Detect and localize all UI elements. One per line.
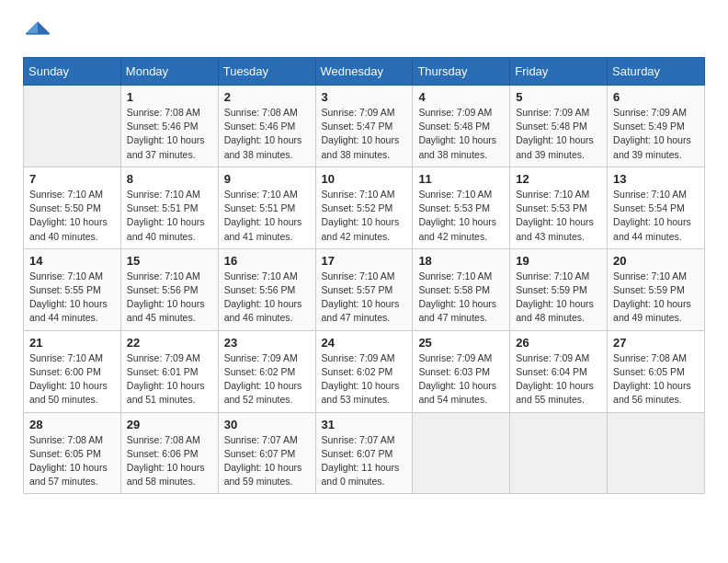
day-info: Sunrise: 7:09 AM Sunset: 5:47 PM Dayligh… [322,106,407,162]
day-number: 30 [224,418,310,431]
day-info: Sunrise: 7:07 AM Sunset: 6:07 PM Dayligh… [322,433,407,489]
weekday-header-friday: Friday [510,58,608,86]
calendar-cell: 27Sunrise: 7:08 AM Sunset: 6:05 PM Dayli… [608,330,705,412]
weekday-header-sunday: Sunday [24,58,121,86]
day-info: Sunrise: 7:09 AM Sunset: 6:04 PM Dayligh… [516,351,601,408]
day-number: 9 [224,172,310,186]
day-info: Sunrise: 7:09 AM Sunset: 6:03 PM Dayligh… [418,351,504,408]
weekday-header-saturday: Saturday [608,58,705,86]
calendar-cell: 30Sunrise: 7:07 AM Sunset: 6:07 PM Dayli… [218,412,315,494]
calendar-cell [608,412,705,494]
calendar-cell: 9Sunrise: 7:10 AM Sunset: 5:51 PM Daylig… [218,167,315,248]
logo [23,18,56,48]
day-number: 31 [322,418,407,431]
day-number: 1 [127,90,212,104]
calendar-cell: 15Sunrise: 7:10 AM Sunset: 5:56 PM Dayli… [120,248,218,330]
week-row-2: 7Sunrise: 7:10 AM Sunset: 5:50 PM Daylig… [24,167,705,248]
week-row-1: 1Sunrise: 7:08 AM Sunset: 5:46 PM Daylig… [24,86,705,167]
day-info: Sunrise: 7:08 AM Sunset: 6:06 PM Dayligh… [127,433,212,489]
day-info: Sunrise: 7:08 AM Sunset: 6:05 PM Dayligh… [613,351,699,408]
day-info: Sunrise: 7:07 AM Sunset: 6:07 PM Dayligh… [224,433,310,489]
day-number: 12 [516,172,601,186]
calendar-cell: 6Sunrise: 7:09 AM Sunset: 5:49 PM Daylig… [608,86,705,167]
calendar-cell [24,86,121,167]
day-number: 4 [418,90,504,104]
calendar-cell: 24Sunrise: 7:09 AM Sunset: 6:02 PM Dayli… [315,330,413,412]
calendar-cell: 25Sunrise: 7:09 AM Sunset: 6:03 PM Dayli… [413,330,510,412]
calendar-cell: 2Sunrise: 7:08 AM Sunset: 5:46 PM Daylig… [218,86,315,167]
day-number: 29 [127,418,212,431]
day-info: Sunrise: 7:08 AM Sunset: 6:05 PM Dayligh… [29,433,115,489]
day-info: Sunrise: 7:10 AM Sunset: 5:50 PM Dayligh… [29,188,115,244]
day-number: 2 [224,90,310,104]
day-number: 20 [613,254,699,268]
day-info: Sunrise: 7:10 AM Sunset: 6:00 PM Dayligh… [29,351,115,408]
calendar-cell: 3Sunrise: 7:09 AM Sunset: 5:47 PM Daylig… [315,86,413,167]
day-info: Sunrise: 7:10 AM Sunset: 5:55 PM Dayligh… [29,270,115,326]
day-number: 6 [613,90,699,104]
day-number: 5 [516,90,601,104]
calendar-cell [413,412,510,494]
weekday-header-thursday: Thursday [413,58,510,86]
day-info: Sunrise: 7:09 AM Sunset: 5:49 PM Dayligh… [613,106,699,162]
day-info: Sunrise: 7:10 AM Sunset: 5:51 PM Dayligh… [127,188,212,244]
day-info: Sunrise: 7:09 AM Sunset: 6:01 PM Dayligh… [127,351,212,408]
day-number: 22 [127,336,212,350]
day-number: 17 [322,254,407,268]
weekday-header-tuesday: Tuesday [218,58,315,86]
day-info: Sunrise: 7:10 AM Sunset: 5:56 PM Dayligh… [224,270,310,326]
day-info: Sunrise: 7:10 AM Sunset: 5:53 PM Dayligh… [418,188,504,244]
svg-rect-2 [26,33,50,35]
day-number: 25 [418,336,504,350]
calendar-cell: 14Sunrise: 7:10 AM Sunset: 5:55 PM Dayli… [24,248,121,330]
day-info: Sunrise: 7:10 AM Sunset: 5:53 PM Dayligh… [516,188,601,244]
day-number: 10 [322,172,407,186]
day-info: Sunrise: 7:08 AM Sunset: 5:46 PM Dayligh… [224,106,310,162]
weekday-header-monday: Monday [120,58,218,86]
day-info: Sunrise: 7:10 AM Sunset: 5:52 PM Dayligh… [322,188,407,244]
week-row-3: 14Sunrise: 7:10 AM Sunset: 5:55 PM Dayli… [24,248,705,330]
calendar-cell: 11Sunrise: 7:10 AM Sunset: 5:53 PM Dayli… [413,167,510,248]
day-info: Sunrise: 7:09 AM Sunset: 5:48 PM Dayligh… [516,106,601,162]
calendar-cell: 31Sunrise: 7:07 AM Sunset: 6:07 PM Dayli… [315,412,413,494]
day-number: 23 [224,336,310,350]
day-number: 8 [127,172,212,186]
day-info: Sunrise: 7:10 AM Sunset: 5:54 PM Dayligh… [613,188,699,244]
calendar-cell: 28Sunrise: 7:08 AM Sunset: 6:05 PM Dayli… [24,412,121,494]
weekday-header-row: SundayMondayTuesdayWednesdayThursdayFrid… [24,58,705,86]
day-number: 15 [127,254,212,268]
weekday-header-wednesday: Wednesday [315,58,413,86]
calendar-cell: 18Sunrise: 7:10 AM Sunset: 5:58 PM Dayli… [413,248,510,330]
calendar-cell: 10Sunrise: 7:10 AM Sunset: 5:52 PM Dayli… [315,167,413,248]
page-header [23,18,705,48]
day-number: 18 [418,254,504,268]
day-number: 28 [29,418,115,431]
day-number: 16 [224,254,310,268]
day-number: 24 [322,336,407,350]
day-number: 3 [322,90,407,104]
svg-marker-0 [38,21,50,33]
day-info: Sunrise: 7:10 AM Sunset: 5:57 PM Dayligh… [322,270,407,326]
calendar-cell [510,412,608,494]
calendar-cell: 17Sunrise: 7:10 AM Sunset: 5:57 PM Dayli… [315,248,413,330]
calendar-cell: 23Sunrise: 7:09 AM Sunset: 6:02 PM Dayli… [218,330,315,412]
calendar-cell: 5Sunrise: 7:09 AM Sunset: 5:48 PM Daylig… [510,86,608,167]
calendar-cell: 22Sunrise: 7:09 AM Sunset: 6:01 PM Dayli… [120,330,218,412]
day-number: 7 [29,172,115,186]
day-info: Sunrise: 7:10 AM Sunset: 5:59 PM Dayligh… [516,270,601,326]
day-number: 26 [516,336,601,350]
calendar-cell: 13Sunrise: 7:10 AM Sunset: 5:54 PM Dayli… [608,167,705,248]
calendar-cell: 7Sunrise: 7:10 AM Sunset: 5:50 PM Daylig… [24,167,121,248]
day-number: 27 [613,336,699,350]
day-number: 19 [516,254,601,268]
day-number: 13 [613,172,699,186]
calendar-cell: 4Sunrise: 7:09 AM Sunset: 5:48 PM Daylig… [413,86,510,167]
day-number: 11 [418,172,504,186]
day-info: Sunrise: 7:10 AM Sunset: 5:51 PM Dayligh… [224,188,310,244]
svg-marker-1 [26,21,38,33]
calendar-cell: 20Sunrise: 7:10 AM Sunset: 5:59 PM Dayli… [608,248,705,330]
calendar: SundayMondayTuesdayWednesdayThursdayFrid… [23,57,705,494]
calendar-cell: 16Sunrise: 7:10 AM Sunset: 5:56 PM Dayli… [218,248,315,330]
logo-icon [23,18,52,48]
calendar-cell: 1Sunrise: 7:08 AM Sunset: 5:46 PM Daylig… [120,86,218,167]
